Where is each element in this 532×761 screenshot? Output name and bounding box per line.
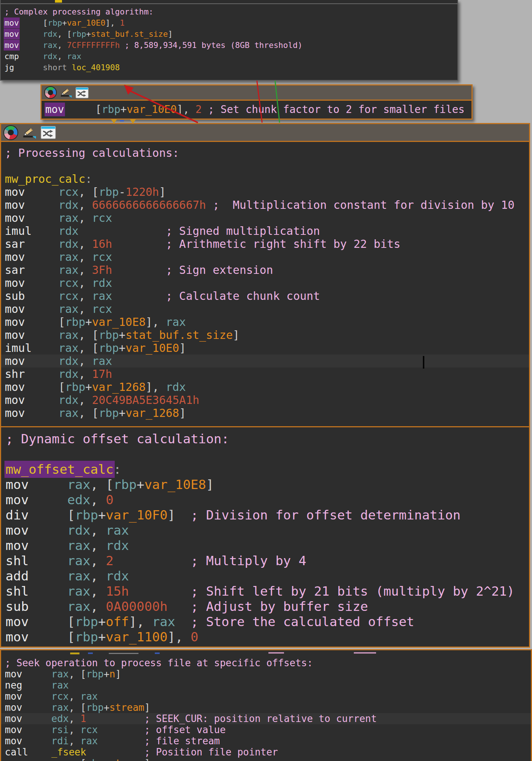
shuffle-icon[interactable] [40,126,56,139]
asm-line[interactable]: mov rax, [rbp+var_10E8] [1,477,529,492]
graph-node-seek-operation[interactable]: ; Seek operation to process file at spec… [0,649,532,761]
asm-line[interactable]: mov rax, [rbp+var_1268] [1,407,529,420]
asm-line[interactable]: mov [rbp+var_10E0], 2 ; Set chunk factor… [42,101,471,119]
asm-line[interactable] [1,159,529,172]
shuffle-icon[interactable] [75,87,89,98]
asm-line[interactable]: mov rcx, [rbp+stream] ; s [1,758,531,761]
asm-line[interactable]: mov [rbp+off], rax ; Store the calculate… [1,614,529,629]
asm-line[interactable]: mov rax, rcx [1,211,529,224]
asm-line[interactable]: mov rax, [rbp+stream] [1,702,531,713]
asm-line[interactable]: mov rcx, rdx [1,276,529,289]
asm-line[interactable]: mov rax, rdx [1,538,529,553]
asm-line[interactable]: sub rcx, rax ; Calculate chunk count [1,289,529,302]
color-wheel-icon[interactable] [45,87,56,98]
asm-line[interactable]: cmp rdx, rax [1,51,457,62]
edge-blue-dash [120,120,124,122]
graph-node-mw-proc-calc[interactable]: ; Processing calculations:mw_proc_calc:m… [0,123,530,426]
asm-line[interactable]: mov rax, rcx [1,250,529,263]
clipped-text-fragment [155,652,160,654]
asm-line[interactable]: mov edx, 0 [1,492,529,508]
asm-line[interactable]: mov rdi, rax ; file stream [1,735,531,747]
node-header [1,124,529,142]
text-caret [423,356,424,369]
asm-line[interactable]: sar rax, 3Fh ; Sign extension [1,263,529,276]
asm-line[interactable]: shl rax, 15h ; Shift left by 21 bits (mu… [1,584,529,599]
asm-line[interactable]: call _fseek ; Position file pointer [1,747,531,758]
asm-line[interactable]: mov rax, [rbp+n] [1,668,531,680]
asm-line[interactable]: add rax, rdx [1,569,529,584]
asm-line[interactable]: imul rax, [rbp+var_10E0] [1,341,529,354]
clipped-label-remnant [55,0,62,3]
color-wheel-icon[interactable] [4,126,17,139]
asm-line[interactable]: mw_proc_calc: [1,172,529,185]
clipped-block-above [1,0,457,4]
asm-line[interactable]: ; Dynamic offset calculation: [1,431,529,447]
asm-line[interactable]: mov [rbp+var_10E8], rax [1,315,529,328]
asm-line[interactable]: jg short loc_401908 [1,62,457,73]
asm-line[interactable]: mov rax, 7CFFFFFFFFh ; 8,589,934,591 byt… [1,40,457,51]
asm-line[interactable]: shl rax, 2 ; Multiply by 4 [1,553,529,569]
asm-line[interactable]: ; Complex processing algorithm: [1,6,457,17]
edit-icon[interactable] [22,126,36,139]
asm-line[interactable]: mov [rbp+var_1100], 0 [1,629,529,645]
edit-icon[interactable] [59,87,72,98]
asm-line[interactable]: mov [rbp+var_1268], rdx [1,380,529,394]
clipped-text-fragment [268,652,284,654]
asm-line[interactable]: mov rax, rcx [1,302,529,315]
disassembly-graph-canvas[interactable]: ; Complex processing algorithm:mov [rbp+… [0,0,532,761]
asm-line[interactable]: neg rax [1,680,531,691]
asm-line[interactable]: mov rsi, rcx ; offset value [1,724,531,735]
asm-line[interactable]: mov rdx, rax [1,354,529,367]
clipped-text-fragment [109,653,138,654]
asm-line[interactable]: mov rdx, 20C49BA5E3645A1h [1,394,529,407]
graph-node-complex-processing[interactable]: ; Complex processing algorithm:mov [rbp+… [0,0,458,81]
clipped-text-fragment [70,652,79,654]
asm-line[interactable]: mov edx, 1 ; SEEK_CUR: position relative… [1,713,531,724]
node-header [42,85,471,101]
asm-line[interactable]: mov rcx, [rbp-1220h] [1,185,529,198]
asm-line[interactable]: mov rdx, 6666666666666667h ; Multiplicat… [1,198,529,211]
asm-line[interactable]: ; Seek operation to process file at spec… [1,657,531,668]
asm-line[interactable]: shr rdx, 17h [1,367,529,380]
asm-line[interactable]: sar rdx, 16h ; Arithmetic right shift by… [1,237,529,250]
clipped-text-fragment [88,652,93,654]
asm-line[interactable]: sub rax, 0A00000h ; Adjust by buffer siz… [1,599,529,614]
clipped-line-remnant [1,650,531,657]
asm-line[interactable]: mov rax, [rbp+stat_buf.st_size] [1,328,529,341]
graph-node-mw-offset-calc[interactable]: ; Dynamic offset calculation:mw_offset_c… [0,426,530,648]
asm-line[interactable] [1,447,529,462]
clipped-text-fragment [354,652,376,654]
asm-line[interactable]: imul rdx ; Signed multiplication [1,224,529,237]
asm-line[interactable]: mov rdx, rax [1,523,529,538]
asm-line[interactable]: div [rbp+var_10F0] ; Division for offset… [1,508,529,523]
asm-line[interactable]: mov rdx, [rbp+stat_buf.st_size] [1,29,457,40]
asm-line[interactable]: ; Processing calculations: [1,146,529,159]
asm-line[interactable]: mov [rbp+var_10E0], 1 [1,17,457,29]
asm-line[interactable]: mw_offset_calc: [1,462,529,477]
graph-node-chunk-factor[interactable]: mov [rbp+var_10E0], 2 ; Set chunk factor… [40,84,473,120]
asm-line[interactable]: mov rcx, rax [1,691,531,702]
